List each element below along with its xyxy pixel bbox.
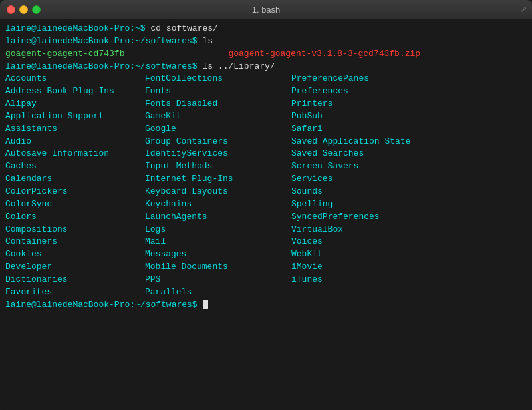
list-item: Address Book Plug-Ins xyxy=(5,85,145,98)
list-item: WebKit xyxy=(291,248,424,261)
list-item: Sounds xyxy=(291,186,424,198)
list-item: Compositions xyxy=(5,224,145,236)
list-item: Caches xyxy=(5,160,145,173)
list-item: Cookies xyxy=(5,248,145,261)
final-prompt-text: laine@lainedeMacBook-Pro:~/softwares$ xyxy=(5,299,202,311)
prompt-2: laine@lainedeMacBook-Pro:~/softwares$ xyxy=(5,35,202,48)
list-item: Dictionaries xyxy=(5,274,145,286)
list-item: Containers xyxy=(5,236,145,248)
close-button[interactable] xyxy=(7,5,15,14)
list-item: Mail xyxy=(145,236,291,248)
terminal-line-3: goagent-goagent-cd743fb goagent-goagent-… xyxy=(5,48,527,61)
list-item: Keyboard Layouts xyxy=(145,186,291,198)
list-item: Autosave Information xyxy=(5,148,145,160)
col-2: FontCollections Fonts Fonts Disabled Gam… xyxy=(145,73,291,298)
col-1: Accounts Address Book Plug-Ins Alipay Ap… xyxy=(5,73,145,298)
list-item: Audio xyxy=(5,136,145,148)
list-item: Application Support xyxy=(5,110,145,123)
list-item: VirtualBox xyxy=(291,224,424,236)
col-3: PreferencePanes Preferences Printers Pub… xyxy=(291,73,424,298)
list-item: Developer xyxy=(5,261,145,274)
list-item: Mobile Documents xyxy=(145,261,291,274)
list-item: GameKit xyxy=(145,110,291,123)
terminal-window: 1. bash ⤢ laine@lainedeMacBook-Pro:~$ cd… xyxy=(0,0,532,410)
cursor xyxy=(203,300,208,309)
list-item: Favorites xyxy=(5,286,145,299)
terminal-final-prompt: laine@lainedeMacBook-Pro:~/softwares$ xyxy=(5,299,527,311)
terminal-line-4: laine@lainedeMacBook-Pro:~/softwares$ ls… xyxy=(5,61,527,73)
terminal-line-1: laine@lainedeMacBook-Pro:~$ cd softwares… xyxy=(5,23,527,35)
list-item: Services xyxy=(291,173,424,186)
list-item: Accounts xyxy=(5,73,145,85)
list-item: Group Containers xyxy=(145,136,291,148)
terminal-body[interactable]: laine@lainedeMacBook-Pro:~$ cd softwares… xyxy=(0,19,532,410)
list-item: SyncedPreferences xyxy=(291,211,424,224)
list-item: ColorSync xyxy=(5,198,145,211)
list-item: Fonts xyxy=(145,85,291,98)
prompt-3: laine@lainedeMacBook-Pro:~/softwares$ xyxy=(5,61,202,73)
list-item: Input Methods xyxy=(145,160,291,173)
ls-columns: Accounts Address Book Plug-Ins Alipay Ap… xyxy=(5,73,527,298)
list-item: Internet Plug-Ins xyxy=(145,173,291,186)
list-item: LaunchAgents xyxy=(145,211,291,224)
list-item: Preferences xyxy=(291,85,424,98)
list-item: Saved Application State xyxy=(291,136,424,148)
list-item: PPS xyxy=(145,274,291,286)
list-item: Screen Savers xyxy=(291,160,424,173)
list-item: Saved Searches xyxy=(291,148,424,160)
maximize-button[interactable] xyxy=(32,5,41,14)
list-item: Parallels xyxy=(145,286,291,299)
list-item: iMovie xyxy=(291,261,424,274)
list-item: ColorPickers xyxy=(5,186,145,198)
terminal-line-2: laine@lainedeMacBook-Pro:~/softwares$ ls xyxy=(5,35,527,48)
list-item: iTunes xyxy=(291,274,424,286)
resize-icon: ⤢ xyxy=(521,5,527,14)
list-item: PubSub xyxy=(291,110,424,123)
list-item: Printers xyxy=(291,98,424,110)
list-item: Safari xyxy=(291,123,424,136)
titlebar: 1. bash ⤢ xyxy=(0,0,532,19)
list-item: Keychains xyxy=(145,198,291,211)
list-item: FontCollections xyxy=(145,73,291,85)
list-item: Calendars xyxy=(5,173,145,186)
list-item: Fonts Disabled xyxy=(145,98,291,110)
minimize-button[interactable] xyxy=(19,5,28,14)
window-title: 1. bash xyxy=(252,5,281,15)
list-item: Assistants xyxy=(5,123,145,136)
list-item: Voices xyxy=(291,236,424,248)
list-item: Messages xyxy=(145,248,291,261)
list-item: IdentityServices xyxy=(145,148,291,160)
list-item: PreferencePanes xyxy=(291,73,424,85)
list-item: Logs xyxy=(145,224,291,236)
list-item: Google xyxy=(145,123,291,136)
list-item: Colors xyxy=(5,211,145,224)
prompt-1: laine@lainedeMacBook-Pro:~$ xyxy=(5,23,150,35)
list-item: Spelling xyxy=(291,198,424,211)
list-item: Alipay xyxy=(5,98,145,110)
traffic-lights xyxy=(7,5,41,14)
